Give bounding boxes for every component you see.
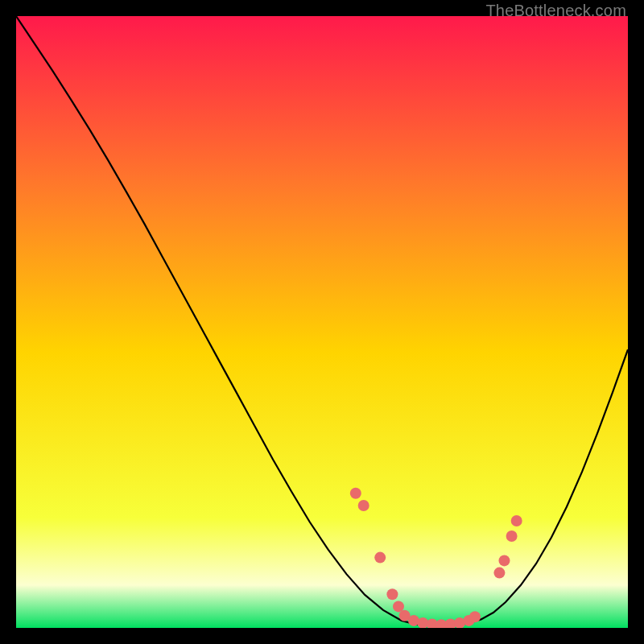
chart-background: [16, 16, 628, 628]
curve-marker: [469, 611, 481, 622]
curve-marker: [393, 601, 404, 612]
chart-frame: { "watermark": "TheBottleneck.com", "col…: [0, 0, 644, 644]
curve-marker: [498, 555, 510, 566]
curve-marker: [386, 588, 398, 600]
curve-marker: [493, 568, 505, 579]
watermark-text: TheBottleneck.com: [485, 2, 626, 20]
curve-marker: [511, 515, 522, 526]
curve-marker: [358, 500, 369, 511]
bottleneck-chart: [16, 16, 628, 628]
curve-marker: [374, 552, 386, 564]
curve-marker: [506, 530, 518, 542]
curve-marker: [350, 488, 361, 499]
